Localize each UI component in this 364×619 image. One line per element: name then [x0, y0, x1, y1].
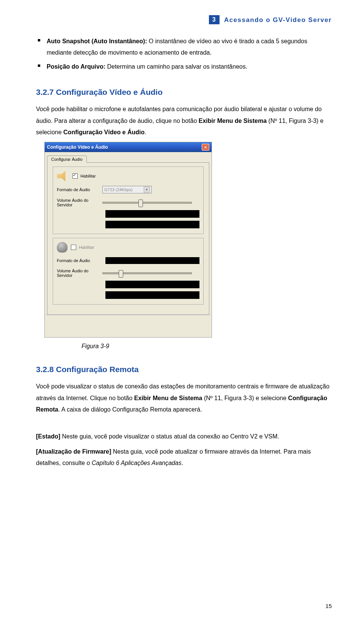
- bullet-list: Auto Snapshot (Auto Instantâneo): O inst…: [36, 36, 332, 72]
- chapter-header: 3 Acessando o GV-Video Server: [36, 15, 332, 24]
- section-heading-327: 3.2.7 Configuração Vídeo e Áudio: [36, 88, 332, 97]
- slider-thumb[interactable]: [119, 270, 123, 278]
- volume-label: Volume Áudio do Servidor: [57, 269, 102, 278]
- section-heading-328: 3.2.8 Configuração Remota: [36, 365, 332, 374]
- volume-slider[interactable]: [102, 202, 192, 204]
- text-run: (Nº 11, Figura 3-3) e selecione: [202, 395, 288, 401]
- text-run-italic: Capítulo 6 Aplicações Avançadas: [92, 460, 182, 466]
- dialog-title: Configuração Vídeo e Áudio: [47, 145, 108, 150]
- speaker-icon: [57, 171, 69, 181]
- redacted-bar: [105, 281, 199, 288]
- text-run-bold: [Atualização de Firmware]: [36, 448, 111, 455]
- microphone-icon: [57, 242, 67, 253]
- redacted-bar: [105, 221, 199, 228]
- section-328-paragraph-estado: [Estado] Neste guia, você pode visualiza…: [36, 431, 332, 442]
- redacted-bar: [105, 291, 199, 299]
- redacted-bar: [105, 210, 199, 218]
- section-328-paragraph-firmware: [Atualização de Firmware] Nesta guia, vo…: [36, 446, 332, 469]
- text-run: .: [144, 129, 146, 135]
- enable-speaker-label: Habilitar: [80, 174, 96, 178]
- bullet-bold: Posição do Arquivo:: [47, 63, 105, 70]
- text-run: Neste guia, você pode visualizar o statu…: [60, 433, 279, 440]
- speaker-group: Habilitar Formato de Áudio G723 (24Kbps)…: [53, 167, 204, 234]
- text-run-bold: Configuração Vídeo e Áudio: [63, 129, 144, 135]
- enable-mic-checkbox[interactable]: [71, 245, 76, 250]
- chapter-number-box: 3: [209, 15, 220, 24]
- bullet-text: Determina um caminho para salvar os inst…: [105, 63, 247, 70]
- volume-slider[interactable]: [102, 272, 192, 274]
- close-icon[interactable]: ×: [202, 144, 209, 151]
- tab-panel: Habilitar Formato de Áudio G723 (24Kbps)…: [47, 162, 209, 315]
- text-run: .: [182, 460, 183, 466]
- chapter-title: Acessando o GV-Video Server: [224, 16, 332, 24]
- audio-config-dialog: Configuração Vídeo e Áudio × Configurar …: [44, 142, 212, 338]
- audio-format-dropdown[interactable]: G723 (24Kbps) ▼: [102, 186, 152, 193]
- volume-label: Volume Áudio do Servidor: [57, 198, 102, 207]
- redacted-bar: [105, 257, 199, 264]
- section-327-paragraph: Você pode habilitar o microfone e autofa…: [36, 104, 332, 138]
- text-run: . A caixa de diálogo Configuração Remota…: [58, 406, 202, 413]
- chevron-down-icon: ▼: [144, 187, 150, 193]
- list-item: Posição do Arquivo: Determina um caminho…: [36, 61, 332, 72]
- audio-format-value: G723 (24Kbps): [104, 187, 133, 192]
- page-number: 15: [325, 603, 332, 609]
- enable-speaker-checkbox[interactable]: [72, 173, 78, 179]
- audio-format-label: Formato de Áudio: [57, 187, 102, 192]
- figure-caption: Figura 3-9: [82, 343, 332, 350]
- dialog-button-area: [45, 315, 212, 337]
- tab-configurar-audio[interactable]: Configurar Áudio: [47, 156, 87, 163]
- slider-thumb[interactable]: [138, 200, 143, 207]
- enable-mic-label: Habilitar: [79, 245, 94, 250]
- section-328-paragraph-1: Você pode visualizar o status de conexão…: [36, 381, 332, 415]
- text-run-bold: Exibir Menu de Sistema: [134, 395, 202, 401]
- text-run-bold: [Estado]: [36, 433, 60, 440]
- mic-group: Habilitar Formato de Áudio Volume Áudio …: [53, 238, 204, 305]
- audio-format-label: Formato de Áudio: [57, 258, 102, 263]
- text-run-bold: Exibir Menu de Sistema: [199, 118, 267, 124]
- dialog-titlebar[interactable]: Configuração Vídeo e Áudio ×: [45, 142, 212, 152]
- bullet-bold: Auto Snapshot (Auto Instantâneo):: [47, 38, 147, 44]
- list-item: Auto Snapshot (Auto Instantâneo): O inst…: [36, 36, 332, 59]
